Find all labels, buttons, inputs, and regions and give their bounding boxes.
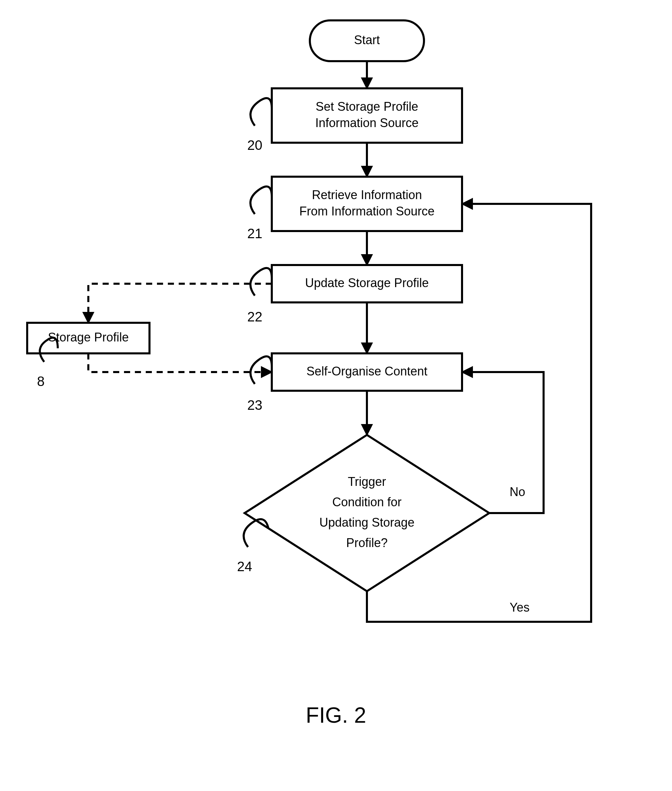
- ref-8: 8: [37, 374, 45, 389]
- squiggle-22: [250, 268, 272, 296]
- set-source-line1: Set Storage Profile: [315, 99, 418, 114]
- storage-profile-node: Storage Profile: [27, 323, 149, 353]
- edge-no: [462, 372, 544, 513]
- decision-node: Trigger Condition for Updating Storage P…: [245, 435, 489, 591]
- ref-22: 22: [247, 309, 262, 324]
- update-node: Update Storage Profile: [272, 265, 462, 303]
- start-label: Start: [354, 33, 380, 47]
- retrieve-node: Retrieve Information From Information So…: [272, 177, 462, 231]
- figure-label: FIG. 2: [306, 703, 366, 727]
- decision-line2: Condition for: [332, 495, 402, 509]
- decision-line1: Trigger: [348, 475, 386, 488]
- organise-node: Self-Organise Content: [272, 353, 462, 391]
- ref-20: 20: [247, 138, 262, 152]
- start-node: Start: [310, 21, 424, 61]
- edge-yes-label: Yes: [510, 600, 530, 614]
- flowchart-diagram: Start Set Storage Profile Information So…: [0, 0, 672, 791]
- edge-no-label: No: [510, 485, 525, 499]
- set-source-node: Set Storage Profile Information Source: [272, 88, 462, 143]
- ref-23: 23: [247, 397, 262, 413]
- edge-storageprofile-to-organise: [88, 353, 272, 372]
- decision-line4: Profile?: [346, 536, 388, 550]
- squiggle-23: [250, 356, 272, 384]
- ref-21: 21: [247, 226, 262, 241]
- squiggle-20: [250, 98, 272, 126]
- edge-update-to-storageprofile: [88, 284, 272, 323]
- squiggle-21: [250, 187, 272, 214]
- ref-24: 24: [237, 559, 253, 574]
- retrieve-line1: Retrieve Information: [312, 188, 422, 202]
- retrieve-line2: From Information Source: [299, 204, 435, 218]
- set-source-line2: Information Source: [315, 116, 419, 130]
- update-text: Update Storage Profile: [305, 276, 429, 290]
- organise-text: Self-Organise Content: [306, 364, 427, 378]
- storage-profile-text: Storage Profile: [48, 330, 129, 344]
- decision-line3: Updating Storage: [319, 516, 414, 529]
